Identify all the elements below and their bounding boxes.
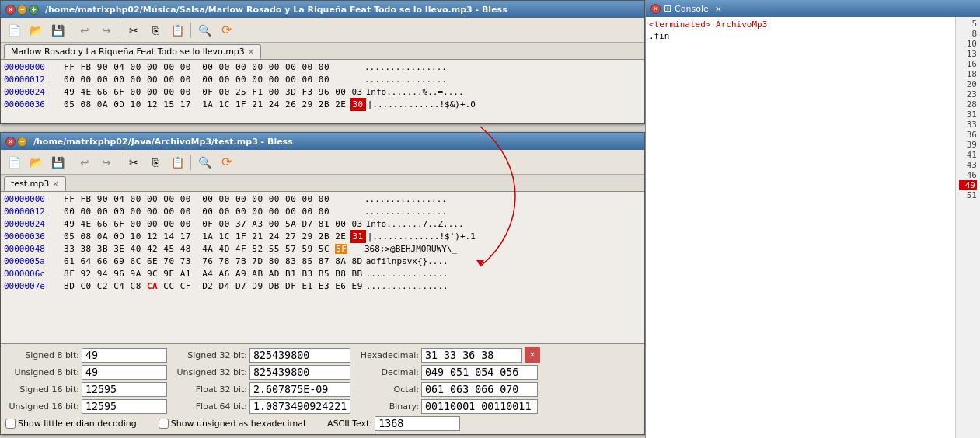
- float32-input[interactable]: [249, 382, 350, 397]
- find-button[interactable]: 🔍: [194, 20, 214, 40]
- hex-row-w2-7[interactable]: 0000007e BD C0 C2 C4 C8 CA CC CF D2 D4 D…: [4, 280, 641, 293]
- hex-ascii-w1-0: ................: [364, 61, 447, 74]
- line-num-13: 13: [959, 49, 977, 59]
- cut-button[interactable]: ✂: [124, 20, 144, 40]
- hex-row-w2-1[interactable]: 00000012 00 00 00 00 00 00 00 00 00 00 0…: [4, 206, 641, 218]
- w2-cut-button[interactable]: ✂: [124, 152, 144, 172]
- octal-input[interactable]: [421, 382, 538, 397]
- w2-replace-button[interactable]: ⟳: [216, 152, 236, 172]
- window1-controls[interactable]: × − +: [5, 5, 39, 15]
- window2-title: /home/matrixphp02/Java/ArchivoMp3/test.m…: [33, 137, 293, 147]
- hex-addr-w2-3: 00000036: [4, 231, 58, 243]
- hex-row-w2-3[interactable]: 00000036 05 08 0A 0D 10 12 14 17 1A 1C 1…: [4, 231, 641, 243]
- decimal-label: Decimal:: [357, 367, 419, 377]
- hex-ascii-w2-0: ................: [364, 193, 447, 206]
- line-num-10: 10: [959, 39, 977, 49]
- hex-row-w1-0[interactable]: 00000000 FF FB 90 04 00 00 00 00 00 00 0…: [4, 61, 641, 74]
- ascii-text-input[interactable]: [375, 416, 460, 431]
- w2-redo-button[interactable]: ↪: [96, 152, 117, 172]
- hex-addr-w2-6: 0000006c: [4, 268, 58, 280]
- hex-bytes-w2-7: BD C0 C2 C4 C8 CA CC CF D2 D4 D7 D9 DB D…: [58, 280, 363, 293]
- window1-min-btn[interactable]: −: [17, 5, 27, 15]
- tab-window2-close[interactable]: ×: [52, 179, 58, 188]
- redo-button[interactable]: ↪: [96, 20, 117, 40]
- window1-toolbar: 📄 📂 💾 ↩ ↪ ✂ ⎘ 📋 🔍 ⟳: [1, 18, 644, 43]
- hex-byte-highlight-w2-31: 31: [352, 231, 364, 242]
- hex-ascii-w1-3: |.............!$&)+.0: [368, 99, 476, 111]
- unsigned-16bit-label: Unsigned 16 bit:: [5, 402, 79, 412]
- console-text-area: <terminated> ArchivoMp3 .fin: [646, 17, 955, 438]
- hex-input[interactable]: [421, 348, 522, 363]
- hex-addr-w1-2: 00000024: [4, 86, 58, 99]
- window1-max-btn[interactable]: +: [29, 5, 39, 15]
- hex-ascii-w1-1: ................: [364, 74, 447, 86]
- signed-16bit-input[interactable]: [82, 382, 167, 397]
- window2-controls[interactable]: × −: [5, 137, 27, 147]
- line-num-28: 28: [959, 99, 977, 110]
- hex-label: Hexadecimal:: [357, 350, 419, 360]
- line-num-46: 46: [959, 170, 977, 180]
- hex-clear-button[interactable]: ×: [525, 347, 540, 363]
- console-content-area: <terminated> ArchivoMp3 .fin 5 8 10 13 1…: [646, 17, 980, 438]
- new-file-button[interactable]: 📄: [4, 20, 24, 40]
- tab-window1-label: Marlow Rosado y La Riqueña Feat Todo se …: [11, 47, 245, 57]
- hex-row-w1-1[interactable]: 00000012 00 00 00 00 00 00 00 00 00 00 0…: [4, 74, 641, 86]
- w2-save-button[interactable]: 💾: [47, 152, 68, 172]
- open-file-button[interactable]: 📂: [26, 20, 46, 40]
- hex-row-w2-5[interactable]: 0000005a 61 64 66 69 6C 6E 70 73 76 78 7…: [4, 255, 641, 268]
- signed-32bit-label: Signed 32 bit:: [173, 350, 247, 360]
- signed-32bit-input[interactable]: [249, 348, 350, 363]
- console-close-tab[interactable]: ×: [715, 4, 722, 14]
- unsigned-16bit-input[interactable]: [82, 399, 167, 414]
- show-little-endian-checkbox[interactable]: [5, 419, 16, 429]
- hex-addr-w2-2: 00000024: [4, 218, 58, 231]
- show-unsigned-checkbox[interactable]: [159, 419, 169, 429]
- hex-bytes-w2-0: FF FB 90 04 00 00 00 00 00 00 00 00 00 0…: [58, 193, 361, 206]
- hex-addr-w2-5: 0000005a: [4, 255, 58, 268]
- tab-window2-file[interactable]: test.mp3 ×: [4, 176, 66, 191]
- w2-sep1: [71, 155, 71, 170]
- binary-label: Binary:: [357, 402, 419, 412]
- window1-close-btn[interactable]: ×: [5, 5, 16, 15]
- hex-row-w2-2[interactable]: 00000024 49 4E 66 6F 00 00 00 00 0F 00 3…: [4, 218, 641, 231]
- hex-row-w2-6[interactable]: 0000006c 8F 92 94 96 9A 9C 9E A1 A4 A6 A…: [4, 268, 641, 280]
- hex-bytes-w2-5: 61 64 66 69 6C 6E 70 73 76 78 7B 7D 80 8…: [58, 255, 363, 268]
- binary-input[interactable]: [421, 399, 538, 414]
- hex-row-w2-0[interactable]: 00000000 FF FB 90 04 00 00 00 00 00 00 0…: [4, 193, 641, 206]
- w2-paste-button[interactable]: 📋: [167, 152, 187, 172]
- signed-16bit-label: Signed 16 bit:: [5, 384, 79, 395]
- console-close-btn[interactable]: ×: [650, 4, 661, 14]
- hex-bytes-w1-0: FF FB 90 04 00 00 00 00 00 00 00 00 00 0…: [58, 61, 361, 74]
- line-num-51: 51: [959, 190, 977, 200]
- hex-row-w2-4[interactable]: 00000048 33 38 3B 3E 40 42 45 48 4A 4D 4…: [4, 243, 641, 255]
- hex-byte-highlight-w2-5f: 5F: [335, 244, 347, 254]
- save-file-button[interactable]: 💾: [47, 20, 68, 40]
- unsigned-32bit-input[interactable]: [249, 365, 350, 380]
- unsigned-8bit-input[interactable]: [82, 365, 167, 380]
- float32-label: Float 32 bit:: [173, 384, 247, 395]
- hex-addr-w2-7: 0000007e: [4, 280, 58, 293]
- signed-8bit-input[interactable]: 49: [82, 348, 167, 363]
- paste-button[interactable]: 📋: [167, 20, 187, 40]
- decimal-input[interactable]: [421, 365, 538, 380]
- window2-toolbar: 📄 📂 💾 ↩ ↪ ✂ ⎘ 📋 🔍 ⟳: [1, 150, 644, 175]
- separator3: [190, 23, 191, 38]
- w2-find-button[interactable]: 🔍: [194, 152, 214, 172]
- line-num-43: 43: [959, 160, 977, 170]
- replace-button[interactable]: ⟳: [216, 20, 236, 40]
- hex-row-w1-2[interactable]: 00000024 49 4E 66 6F 00 00 00 00 0F 00 2…: [4, 86, 641, 99]
- w2-new-button[interactable]: 📄: [4, 152, 24, 172]
- float64-input[interactable]: [249, 399, 350, 414]
- w2-open-button[interactable]: 📂: [26, 152, 46, 172]
- hex-row-w1-3[interactable]: 00000036 05 08 0A 0D 10 12 15 17 1A 1C 1…: [4, 99, 641, 111]
- window2-close-btn[interactable]: ×: [5, 137, 16, 147]
- line-num-8: 8: [959, 29, 977, 39]
- w2-undo-button[interactable]: ↩: [75, 152, 95, 172]
- show-little-endian-label: Show little endian decoding: [5, 419, 137, 429]
- tab-window1-file[interactable]: Marlow Rosado y La Riqueña Feat Todo se …: [4, 44, 261, 59]
- window2-min-btn[interactable]: −: [17, 137, 27, 147]
- undo-button[interactable]: ↩: [75, 20, 95, 40]
- w2-copy-button[interactable]: ⎘: [145, 152, 166, 172]
- tab-window1-close[interactable]: ×: [248, 47, 254, 56]
- copy-button[interactable]: ⎘: [145, 20, 166, 40]
